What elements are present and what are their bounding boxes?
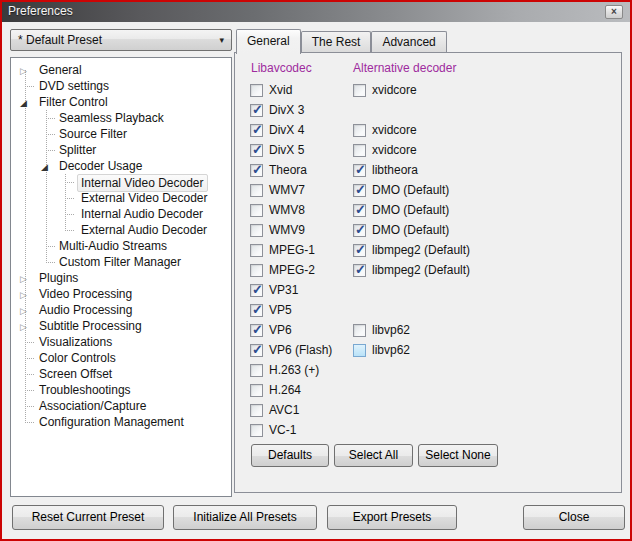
checkbox-dmo-default-alt[interactable] — [353, 204, 366, 217]
decoder-label: WMV8 — [269, 203, 305, 217]
tree-item-seamless-playback[interactable]: Seamless Playback — [11, 110, 231, 126]
tree-item-configuration-management[interactable]: Configuration Management — [11, 414, 231, 430]
tree-item-label: External Audio Decoder — [81, 222, 207, 238]
checkbox-vp6-flash[interactable] — [250, 344, 263, 357]
tree-item-label: General — [39, 62, 82, 78]
tree-item-multi-audio-streams[interactable]: Multi-Audio Streams — [11, 238, 231, 254]
checkbox-vc-1[interactable] — [250, 424, 263, 437]
checkbox-divx-5[interactable] — [250, 144, 263, 157]
tree-item-general[interactable]: ▷General — [11, 62, 231, 78]
checkbox-vp6[interactable] — [250, 324, 263, 337]
checkbox-dmo-default-alt[interactable] — [353, 184, 366, 197]
checkbox-libtheora-alt[interactable] — [353, 164, 366, 177]
defaults-button[interactable]: Defaults — [251, 444, 329, 467]
tree-item-color-controls[interactable]: Color Controls — [11, 350, 231, 366]
select-all-button[interactable]: Select All — [334, 444, 413, 467]
expand-arrow-icon[interactable]: ▷ — [20, 319, 27, 335]
checkbox-theora[interactable] — [250, 164, 263, 177]
select-none-button[interactable]: Select None — [418, 444, 498, 467]
checkbox-xvidcore-alt[interactable] — [353, 144, 366, 157]
decoder-cell: Xvid — [250, 80, 292, 100]
checkbox-mpeg-1[interactable] — [250, 244, 263, 257]
checkbox-xvidcore-alt[interactable] — [353, 124, 366, 137]
tree-item-plugins[interactable]: ▷Plugins — [11, 270, 231, 286]
checkbox-wmv8[interactable] — [250, 204, 263, 217]
tree-item-custom-filter-manager[interactable]: Custom Filter Manager — [11, 254, 231, 270]
tree-item-internal-video-decoder[interactable]: Internal Video Decoder — [11, 174, 231, 190]
tree-item-label: Association/Capture — [39, 398, 146, 414]
tree-view: ▷GeneralDVD settings◢Filter ControlSeaml… — [10, 57, 232, 497]
checkbox-libvp62-alt[interactable] — [353, 324, 366, 337]
checkbox-h-263[interactable] — [250, 364, 263, 377]
tree-item-external-audio-decoder[interactable]: External Audio Decoder — [11, 222, 231, 238]
tree-item-dvd-settings[interactable]: DVD settings — [11, 78, 231, 94]
tree-item-screen-offset[interactable]: Screen Offset — [11, 366, 231, 382]
decoder-row: WMV7DMO (Default) — [235, 180, 621, 200]
tree-connector — [25, 406, 34, 407]
checkbox-xvid[interactable] — [250, 84, 263, 97]
checkbox-wmv9[interactable] — [250, 224, 263, 237]
tree-item-label: Multi-Audio Streams — [59, 238, 167, 254]
close-button[interactable]: Close — [523, 505, 625, 530]
decoder-cell: WMV9 — [250, 220, 305, 240]
tree-item-label: Custom Filter Manager — [59, 254, 181, 270]
tab-advanced[interactable]: Advanced — [371, 31, 446, 52]
decoder-label: Theora — [269, 163, 307, 177]
expand-arrow-icon[interactable]: ▷ — [20, 303, 27, 319]
tree-item-troubleshootings[interactable]: Troubleshootings — [11, 382, 231, 398]
tree-connector — [46, 150, 55, 151]
decoder-label: libtheora — [372, 163, 418, 177]
reset-current-preset-button[interactable]: Reset Current Preset — [12, 505, 164, 530]
tree-connector — [25, 86, 34, 87]
checkbox-libmpeg2-default-alt[interactable] — [353, 244, 366, 257]
decoder-label: MPEG-2 — [269, 263, 315, 277]
decoder-cell: xvidcore — [353, 80, 417, 100]
tree-item-video-processing[interactable]: ▷Video Processing — [11, 286, 231, 302]
decoder-label: libvp62 — [372, 343, 410, 357]
checkbox-mpeg-2[interactable] — [250, 264, 263, 277]
decoder-label: VP6 — [269, 323, 292, 337]
tree-item-external-video-decoder[interactable]: External Video Decoder — [11, 190, 231, 206]
decoder-label: libmpeg2 (Default) — [372, 263, 470, 277]
checkbox-divx-3[interactable] — [250, 104, 263, 117]
tree-item-internal-audio-decoder[interactable]: Internal Audio Decoder — [11, 206, 231, 222]
tree-item-splitter[interactable]: Splitter — [11, 142, 231, 158]
checkbox-vp5[interactable] — [250, 304, 263, 317]
expand-arrow-icon[interactable]: ▷ — [20, 63, 27, 79]
tree-connector — [25, 358, 34, 359]
checkbox-libvp62-alt[interactable] — [353, 344, 366, 357]
checkbox-h-264[interactable] — [250, 384, 263, 397]
decoder-label: DMO (Default) — [372, 203, 449, 217]
checkbox-divx-4[interactable] — [250, 124, 263, 137]
close-icon[interactable]: × — [605, 5, 623, 19]
decoder-cell: WMV7 — [250, 180, 305, 200]
checkbox-dmo-default-alt[interactable] — [353, 224, 366, 237]
preset-dropdown[interactable]: * Default Preset ▾ — [10, 29, 232, 51]
tab-general[interactable]: General — [236, 29, 301, 54]
tree-item-subtitle-processing[interactable]: ▷Subtitle Processing — [11, 318, 231, 334]
tree-item-visualizations[interactable]: Visualizations — [11, 334, 231, 350]
checkbox-vp31[interactable] — [250, 284, 263, 297]
checkbox-wmv7[interactable] — [250, 184, 263, 197]
checkbox-libmpeg2-default-alt[interactable] — [353, 264, 366, 277]
tree-item-audio-processing[interactable]: ▷Audio Processing — [11, 302, 231, 318]
tree-item-decoder-usage[interactable]: ◢Decoder Usage — [11, 158, 231, 174]
title-bar[interactable]: Preferences × — [2, 2, 630, 22]
collapse-arrow-icon[interactable]: ◢ — [20, 95, 27, 111]
decoder-cell: VP5 — [250, 300, 292, 320]
expand-arrow-icon[interactable]: ▷ — [20, 271, 27, 287]
collapse-arrow-icon[interactable]: ◢ — [41, 159, 48, 175]
tree-item-association-capture[interactable]: Association/Capture — [11, 398, 231, 414]
tree-item-filter-control[interactable]: ◢Filter Control — [11, 94, 231, 110]
decoder-cell: DMO (Default) — [353, 180, 449, 200]
checkbox-xvidcore-alt[interactable] — [353, 84, 366, 97]
checkbox-avc1[interactable] — [250, 404, 263, 417]
tree-item-source-filter[interactable]: Source Filter — [11, 126, 231, 142]
decoder-cell: libmpeg2 (Default) — [353, 240, 470, 260]
tab-the-rest[interactable]: The Rest — [301, 31, 372, 52]
decoder-cell: MPEG-1 — [250, 240, 315, 260]
initialize-all-presets-button[interactable]: Initialize All Presets — [173, 505, 317, 530]
export-presets-button[interactable]: Export Presets — [327, 505, 457, 530]
decoder-cell: DivX 3 — [250, 100, 304, 120]
expand-arrow-icon[interactable]: ▷ — [20, 287, 27, 303]
